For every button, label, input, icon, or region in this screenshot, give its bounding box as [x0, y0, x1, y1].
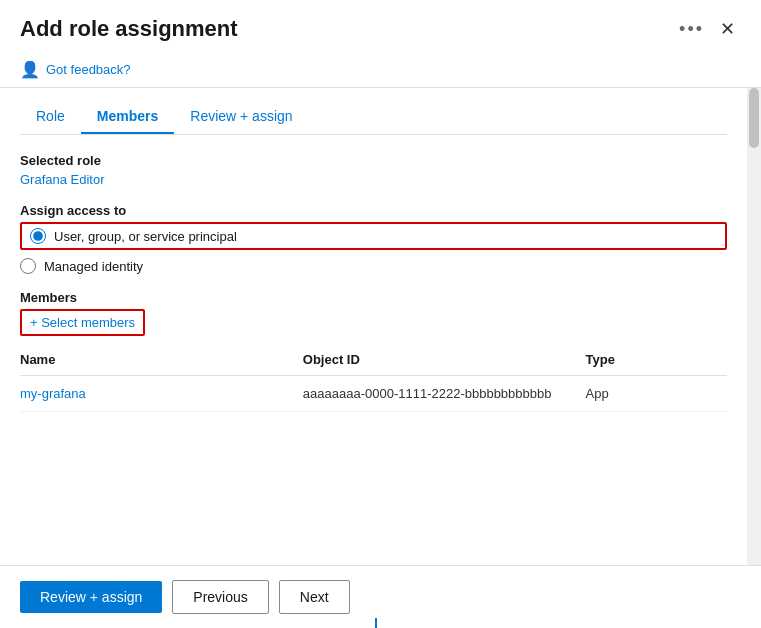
scrollbar[interactable]: [747, 88, 761, 565]
tab-review-assign[interactable]: Review + assign: [174, 100, 308, 134]
feedback-icon: 👤: [20, 60, 40, 79]
row-name: my-grafana: [20, 376, 303, 412]
table-header-row: Name Object ID Type: [20, 344, 727, 376]
footer: Review + assign Previous Next: [0, 565, 761, 628]
tab-role[interactable]: Role: [20, 100, 81, 134]
dialog-title: Add role assignment: [20, 16, 238, 42]
col-header-name: Name: [20, 344, 303, 376]
members-label: Members: [20, 290, 727, 305]
scrollable-area: Role Members Review + assign Selected ro…: [0, 88, 761, 565]
row-type: App: [586, 376, 727, 412]
col-header-objectid: Object ID: [303, 344, 586, 376]
radio-managed-label: Managed identity: [44, 259, 143, 274]
radio-user-group[interactable]: [30, 228, 46, 244]
assign-access-section: Assign access to User, group, or service…: [20, 203, 727, 274]
table-row: my-grafana aaaaaaaa-0000-1111-2222-bbbbb…: [20, 376, 727, 412]
add-role-assignment-dialog: Add role assignment ••• ✕ 👤 Got feedback…: [0, 0, 761, 628]
row-objectid: aaaaaaaa-0000-1111-2222-bbbbbbbbbbbb: [303, 376, 586, 412]
members-table: Name Object ID Type my-grafana aaaaaaaa-…: [20, 344, 727, 412]
tabs: Role Members Review + assign: [20, 88, 727, 135]
dialog-title-actions: ••• ✕: [679, 16, 741, 42]
next-button[interactable]: Next: [279, 580, 350, 614]
members-section: Members + Select members Name Object ID …: [20, 290, 727, 412]
radio-option-user-group[interactable]: User, group, or service principal: [20, 222, 727, 250]
feedback-bar: 👤 Got feedback?: [0, 52, 761, 88]
radio-user-group-label: User, group, or service principal: [54, 229, 237, 244]
col-header-type: Type: [586, 344, 727, 376]
scrollbar-thumb[interactable]: [749, 88, 759, 148]
dialog-header: Add role assignment ••• ✕: [0, 0, 761, 52]
assign-access-label: Assign access to: [20, 203, 727, 218]
tab-members[interactable]: Members: [81, 100, 174, 134]
close-icon[interactable]: ✕: [714, 16, 741, 42]
radio-managed[interactable]: [20, 258, 36, 274]
more-options-icon[interactable]: •••: [679, 19, 704, 40]
next-indicator: [375, 618, 377, 628]
radio-group: User, group, or service principal Manage…: [20, 222, 727, 274]
radio-option-managed[interactable]: Managed identity: [20, 258, 727, 274]
select-members-button[interactable]: + Select members: [20, 309, 145, 336]
selected-role-section: Selected role Grafana Editor: [20, 153, 727, 187]
selected-role-value: Grafana Editor: [20, 172, 727, 187]
feedback-link[interactable]: Got feedback?: [46, 62, 131, 77]
review-assign-button[interactable]: Review + assign: [20, 581, 162, 613]
content-area: Role Members Review + assign Selected ro…: [0, 88, 747, 565]
previous-button[interactable]: Previous: [172, 580, 268, 614]
selected-role-label: Selected role: [20, 153, 727, 168]
